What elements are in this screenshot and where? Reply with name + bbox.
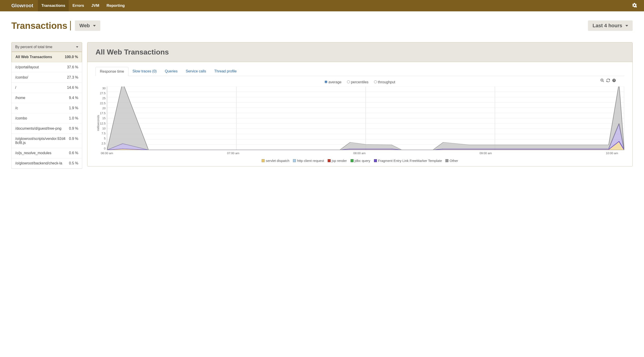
ytick: 30 (102, 87, 106, 90)
legend-label: Other (450, 158, 458, 164)
main-header: All Web Transactions (87, 43, 632, 62)
transaction-row[interactable]: /c/portal/layout37.6 % (12, 62, 82, 73)
legend-label: jsp render (332, 158, 347, 164)
dropdown-label: Web (80, 23, 90, 29)
gear-icon[interactable] (630, 3, 640, 9)
transaction-row[interactable]: /home9.4 % (12, 93, 82, 103)
chevron-down-icon (626, 25, 628, 27)
time-range-dropdown[interactable]: Last 4 hours (588, 21, 633, 31)
plot-area[interactable]: 06:00 am07:00 am08:00 am09:00 am10:00 am (107, 87, 624, 155)
transaction-row[interactable]: /c1.9 % (12, 103, 82, 113)
transaction-name: /o/js_resolve_modules (15, 151, 67, 155)
help-icon[interactable]: ? (612, 78, 616, 83)
transaction-pct: 100.0 % (65, 55, 78, 59)
legend-swatch (262, 159, 264, 162)
transaction-pct: 9.4 % (69, 96, 78, 100)
legend-label: http client request (297, 158, 324, 164)
transaction-pct: 27.3 % (67, 75, 78, 80)
legend-item[interactable]: servlet dispatch (262, 158, 289, 164)
main-title: All Web Transactions (96, 48, 624, 56)
legend-swatch (328, 159, 330, 162)
svg-text:?: ? (613, 79, 615, 82)
legend-item[interactable]: jsp render (328, 158, 347, 164)
transaction-row[interactable]: /o/glowroot/backend/check-la0.5 % (12, 158, 82, 169)
legend-item[interactable]: Other (446, 158, 458, 164)
tab-response-time[interactable]: Response time (96, 67, 128, 76)
svg-point-0 (636, 6, 637, 8)
x-axis: 06:00 am07:00 am08:00 am09:00 am10:00 am (107, 151, 624, 155)
ytick: 7.5 (102, 132, 106, 135)
chevron-down-icon (93, 25, 96, 27)
transaction-name: /o/glowroot/scripts/vendor.92d48cf8.js (15, 137, 67, 145)
ytick: 12.5 (100, 122, 106, 125)
transaction-row[interactable]: /documents/d/guest/tree-png0.9 % (12, 124, 82, 134)
y-axis-label: milliseconds (96, 87, 100, 155)
title-separator (70, 21, 71, 31)
tab-slow-traces-0-[interactable]: Slow traces (0) (128, 67, 161, 76)
nav-errors[interactable]: Errors (69, 0, 88, 11)
radio-throughput[interactable]: throughput (374, 80, 395, 84)
transaction-pct: 0.5 % (69, 161, 78, 165)
transaction-name: All Web Transactions (16, 55, 62, 59)
brand-logo[interactable]: Glowroot (11, 3, 38, 9)
tab-thread-profile[interactable]: Thread profile (210, 67, 241, 76)
legend-label: servlet dispatch (266, 158, 289, 164)
transaction-row[interactable]: /14.6 % (12, 83, 82, 93)
transaction-name: /combo (15, 116, 67, 120)
xtick: 06:00 am (101, 151, 113, 155)
page-header: Transactions Web Last 4 hours (11, 21, 633, 31)
chart-toolbar: ? (600, 78, 616, 83)
ytick: 5 (104, 137, 106, 140)
ytick: 10 (102, 127, 106, 130)
chevron-down-icon (76, 46, 78, 48)
ytick: 15 (102, 117, 106, 120)
legend-item[interactable]: http client request (293, 158, 324, 164)
legend-label: jdbc query (355, 158, 370, 164)
transaction-list: All Web Transactions100.0 %/c/portal/lay… (11, 52, 82, 169)
chart: milliseconds 3027.52522.52017.51512.5107… (96, 87, 624, 155)
transaction-name: /c (15, 106, 67, 110)
main-panel: All Web Transactions Response timeSlow t… (87, 42, 633, 166)
nav-reporting[interactable]: Reporting (103, 0, 128, 11)
ytick: 27.5 (100, 92, 106, 95)
ytick: 20 (102, 107, 106, 110)
legend-item[interactable]: jdbc query (350, 158, 370, 164)
chart-legend: servlet dispatchhttp client requestjsp r… (96, 158, 624, 164)
radio-average[interactable]: average (324, 80, 342, 84)
ytick: 17.5 (100, 112, 106, 115)
transaction-row[interactable]: All Web Transactions100.0 % (12, 52, 82, 62)
transaction-pct: 1.0 % (69, 116, 78, 120)
ytick: 25 (102, 97, 106, 100)
tab-queries[interactable]: Queries (161, 67, 182, 76)
refresh-icon[interactable] (606, 78, 610, 83)
transaction-name: /home (15, 96, 67, 100)
nav-jvm[interactable]: JVM (88, 0, 103, 11)
ytick: 0 (104, 147, 106, 150)
transaction-pct: 14.6 % (67, 86, 78, 90)
xtick: 08:00 am (353, 151, 366, 155)
ytick: 22.5 (100, 102, 106, 105)
nav-transactions[interactable]: Transactions (38, 0, 69, 11)
navbar: Glowroot TransactionsErrorsJVMReporting (0, 0, 644, 11)
sort-label: By percent of total time (15, 45, 52, 49)
transaction-pct: 1.9 % (69, 106, 78, 110)
tab-service-calls[interactable]: Service calls (182, 67, 210, 76)
legend-swatch (293, 159, 296, 162)
transaction-row[interactable]: /o/glowroot/scripts/vendor.92d48cf8.js0.… (12, 134, 82, 148)
legend-item[interactable]: Fragment Entry Link FreeMarker Template (374, 158, 442, 164)
sort-dropdown[interactable]: By percent of total time (11, 42, 82, 52)
transaction-pct: 37.6 % (67, 65, 78, 69)
page-title: Transactions (11, 21, 68, 31)
svg-line-2 (603, 81, 604, 82)
legend-swatch (374, 159, 377, 162)
transaction-name: /documents/d/guest/tree-png (15, 127, 67, 131)
transaction-row[interactable]: /combo/27.3 % (12, 73, 82, 83)
transaction-type-dropdown[interactable]: Web (75, 21, 100, 31)
legend-label: Fragment Entry Link FreeMarker Template (378, 158, 442, 164)
chart-mode-radios: average percentiles throughput (96, 78, 624, 86)
transaction-row[interactable]: /o/js_resolve_modules0.6 % (12, 148, 82, 158)
radio-percentiles[interactable]: percentiles (347, 80, 368, 84)
zoom-out-icon[interactable] (600, 78, 604, 83)
transaction-row[interactable]: /combo1.0 % (12, 113, 82, 124)
xtick: 10:00 am (606, 151, 618, 155)
